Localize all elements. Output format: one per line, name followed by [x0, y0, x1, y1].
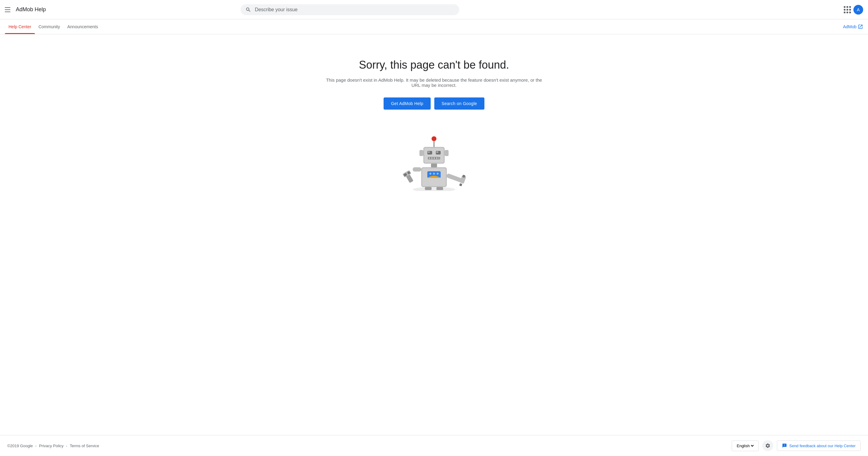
svg-rect-8	[436, 152, 438, 153]
menu-icon[interactable]	[5, 6, 12, 13]
language-select-input[interactable]: English	[736, 443, 755, 448]
language-selector[interactable]: English	[732, 441, 759, 451]
footer-left: ©2019 Google - Privacy Policy - Terms of…	[7, 444, 99, 448]
svg-rect-2	[433, 141, 435, 147]
svg-rect-10	[429, 157, 430, 159]
feedback-label: Send feedback about our Help Center	[789, 444, 856, 448]
gear-icon	[765, 443, 771, 448]
svg-point-23	[437, 173, 439, 174]
robot-illustration	[395, 130, 473, 191]
svg-rect-6	[436, 151, 441, 155]
search-bar	[241, 4, 459, 15]
send-feedback-button[interactable]: Send feedback about our Help Center	[777, 441, 861, 451]
terms-of-service-link[interactable]: Terms of Service	[70, 444, 99, 448]
search-input[interactable]	[255, 7, 454, 12]
svg-rect-5	[427, 151, 432, 155]
svg-rect-12	[433, 157, 435, 159]
main-content: Sorry, this page can't be found. This pa…	[0, 34, 868, 435]
header-left: AdMob Help	[5, 6, 46, 13]
button-group: Get AdMob Help Search on Google	[383, 97, 484, 109]
error-title: Sorry, this page can't be found.	[359, 59, 509, 71]
svg-rect-17	[431, 164, 437, 167]
external-link-icon	[858, 24, 863, 29]
svg-point-1	[432, 136, 436, 141]
footer-divider-2: -	[66, 444, 67, 448]
error-desc: This page doesn't exist in AdMob Help. I…	[325, 77, 543, 88]
get-admob-help-button[interactable]: Get AdMob Help	[383, 97, 430, 109]
svg-rect-16	[445, 150, 448, 156]
svg-point-0	[413, 187, 455, 191]
admob-external-link[interactable]: AdMob	[843, 24, 863, 29]
footer: ©2019 Google - Privacy Policy - Terms of…	[0, 435, 868, 456]
header: AdMob Help A	[0, 0, 868, 20]
nav-tabs: Help Center Community Announcements AdMo…	[0, 20, 868, 34]
feedback-icon	[782, 443, 787, 448]
admob-link-label: AdMob	[843, 24, 857, 29]
svg-rect-32	[459, 183, 462, 186]
admob-link-container: AdMob	[843, 22, 863, 32]
svg-rect-11	[431, 157, 433, 159]
svg-rect-4	[424, 148, 444, 163]
footer-right: English Send feedback about our Help Cen…	[732, 440, 861, 451]
svg-rect-7	[428, 152, 430, 153]
header-right: A	[844, 5, 863, 14]
svg-point-21	[429, 173, 431, 174]
svg-rect-24	[413, 167, 421, 171]
tab-help-center[interactable]: Help Center	[5, 20, 35, 34]
svg-rect-14	[438, 157, 439, 159]
footer-divider-1: -	[35, 444, 36, 448]
tab-community[interactable]: Community	[35, 20, 64, 34]
search-on-google-button[interactable]: Search on Google	[434, 97, 485, 109]
settings-button[interactable]	[762, 440, 773, 451]
tab-announcements[interactable]: Announcements	[64, 20, 102, 34]
search-icon	[245, 7, 251, 13]
google-apps-icon[interactable]	[844, 6, 851, 13]
svg-point-22	[433, 173, 435, 174]
svg-rect-13	[436, 157, 438, 159]
copyright-text: ©2019 Google	[7, 444, 33, 448]
svg-rect-34	[436, 187, 443, 190]
svg-rect-15	[420, 150, 423, 156]
privacy-policy-link[interactable]: Privacy Policy	[39, 444, 63, 448]
svg-rect-33	[425, 187, 432, 190]
avatar[interactable]: A	[854, 5, 863, 14]
site-title: AdMob Help	[16, 6, 46, 13]
